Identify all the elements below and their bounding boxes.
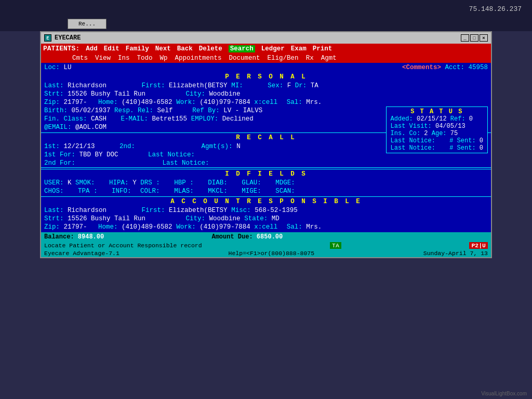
recall-1st-label: 1st: [44, 143, 60, 150]
acct-work-value: (410)979-7884 [200, 223, 250, 231]
hash-sent1-value: 0 [480, 137, 483, 144]
mige-label: MIGE: [242, 188, 261, 195]
close-button[interactable]: × [480, 34, 488, 42]
menu-search[interactable]: Search [229, 45, 255, 52]
menu-elig-ben[interactable]: Elig/Ben [268, 55, 299, 62]
id-row2: CHOS: TPA : INFO: COLR: MLAS: MKCL: MIGE… [41, 187, 491, 195]
comments-acct: <Comments> Acct: 45958 [402, 64, 488, 71]
acct-strt-value: 15526 Bushy Tail Run [68, 215, 145, 222]
menu-next[interactable]: Next [155, 45, 171, 52]
tpa-label: TPA : [78, 188, 98, 195]
menu-ins[interactable]: Ins [118, 55, 130, 62]
patients-label: PATIENTS: [43, 45, 79, 52]
balance-value: 8948.00 [78, 233, 104, 241]
added-value: 02/15/12 [417, 115, 447, 123]
personal-row4: Birth: 05/02/1937 Resp. Rel: Self Ref By… [41, 107, 491, 115]
last-notice1-label: Last Notice: [391, 137, 435, 144]
status-user: TA [330, 242, 341, 249]
status-notice2: Last Notice: # Sent: 0 [391, 144, 483, 152]
chos-label: CHOS: [44, 188, 64, 195]
sex-value: F [287, 82, 291, 89]
maximize-button[interactable]: □ [470, 34, 478, 42]
tab-reconnect[interactable]: Re... [68, 19, 107, 29]
personal-row1: Last: Richardson First: Elizabeth(BETSY … [41, 82, 491, 90]
hash-sent1-label: # Sent: [449, 137, 475, 144]
user-label: USER: [44, 179, 64, 187]
xcell-label: x:cell [254, 99, 277, 106]
status-box: S T A T U S Added: 02/15/12 Ref: 0 Last … [386, 107, 488, 153]
age-value: 75 [450, 130, 458, 137]
menu-rx[interactable]: Rx [306, 55, 314, 62]
menu-family[interactable]: Family [126, 45, 149, 52]
menu-cmts[interactable]: Cmts [72, 55, 88, 62]
recall-row3: 2nd For: Last Notice: [41, 159, 491, 167]
menu-add[interactable]: Add [86, 45, 98, 52]
status-header: S T A T U S [391, 108, 483, 115]
acct-home-value: (410)489-6582 [122, 223, 172, 231]
last-visit-label: Last Visit: [391, 123, 432, 130]
recall-last-notice1-label: Last Notice: [148, 151, 195, 158]
acct-city-value: Woodbine [209, 215, 241, 222]
menu-edit[interactable]: Edit [104, 45, 119, 52]
menu-print[interactable]: Print [313, 45, 332, 52]
status-added: Added: 02/15/12 Ref: 0 [391, 115, 483, 123]
info-label: INFO: [112, 188, 131, 195]
smok-label: SMOK: [75, 179, 95, 187]
user-value: K [68, 179, 72, 187]
balance-bar: Balance: 8948.00 Amount Due: 6850.00 [41, 232, 491, 242]
acct-last-label: Last: [44, 207, 64, 214]
age-label: Age: [432, 130, 447, 137]
acct-state-label: State: [244, 215, 268, 222]
menu-back[interactable]: Back [177, 45, 193, 52]
menu-wp[interactable]: Wp [160, 55, 168, 62]
hipa-value: Y [132, 179, 137, 187]
hash-sent2-label: # Sent: [449, 144, 475, 152]
menu-exam[interactable]: Exam [291, 45, 307, 52]
minimize-button[interactable]: _ [461, 34, 469, 42]
added-label: Added: [391, 115, 413, 123]
home-value: (410)489-6582 [122, 99, 172, 106]
work-value: (410)979-7884 [200, 99, 250, 106]
acct-strt-label: Strt: [44, 215, 64, 222]
menu-document[interactable]: Document [229, 55, 260, 62]
personal-section: P E R S O N A L Last: Richardson First: … [41, 72, 491, 131]
city-label: City: [186, 90, 206, 98]
app-icon: E [44, 34, 51, 42]
id-fields-section: I D F I E L D S USER: K SMOK: HIPA: Y DR… [41, 169, 491, 195]
fin-class-label: Fin. Class: [44, 115, 87, 123]
recall-1st-for-value: TBD BY DOC [79, 151, 118, 158]
personal-row3: Zip: 21797- Home: (410)489-6582 Work: (4… [41, 98, 491, 107]
hipa-label: HIPA: [109, 179, 129, 187]
ref-label: Ref: [450, 115, 466, 123]
menu-ledger[interactable]: Ledger [261, 45, 285, 52]
loc-text: Loc: LU [44, 64, 72, 71]
status-bar: Locate Patient or Account Responsible re… [41, 242, 491, 249]
ip-address: 75.148.26.237 [469, 5, 522, 13]
ref-by-label: Ref By: [192, 107, 220, 114]
acct-misc-value: 568-52-1395 [255, 207, 298, 214]
menu-view[interactable]: View [95, 55, 111, 62]
menu-appointments[interactable]: Appointments [175, 55, 222, 62]
scan-label: SCAN: [275, 188, 295, 195]
menu-bar-1: PATIENTS: Add Edit Family Next Back Dele… [41, 44, 491, 54]
acct-first-value: Elizabeth(BETSY [169, 207, 228, 214]
id-fields-header: I D F I E L D S [41, 169, 491, 179]
acct-first-label: First: [142, 207, 165, 214]
acct-city-label: City: [186, 215, 206, 222]
recall-1st-value: 12/21/13 [64, 143, 95, 150]
comments-link[interactable]: <Comments> [402, 64, 441, 71]
balance-label: Balance: [44, 233, 74, 241]
last-notice2-label: Last Notice: [391, 144, 435, 152]
acct-home-label: Home: [98, 223, 118, 231]
menu-agmt[interactable]: Agmt [321, 55, 337, 62]
acct-sal-value: Mrs. [306, 223, 322, 231]
status-last-visit: Last Visit: 04/05/13 [391, 123, 483, 130]
employ-label: EMPLOY: [191, 115, 219, 123]
menu-delete[interactable]: Delete [199, 45, 222, 52]
menu-todo[interactable]: Todo [137, 55, 153, 62]
acct-state-value: MD [272, 215, 280, 222]
title-bar: E EYECARE _ □ × [41, 32, 491, 44]
amount-due-value: 6850.00 [257, 233, 283, 241]
acct-work-label: Work: [176, 223, 196, 231]
colr-label: COLR: [140, 188, 160, 195]
